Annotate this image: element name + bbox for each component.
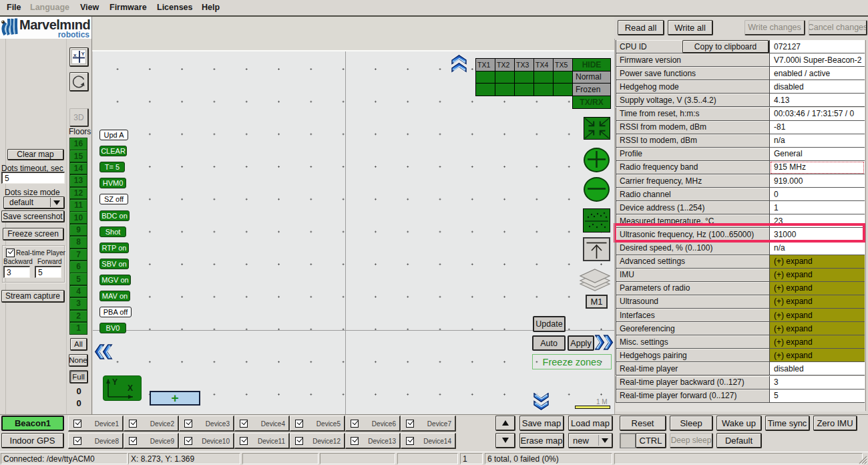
svg-text:X: X [128,383,133,393]
svg-text:Y: Y [81,51,85,57]
svg-text:x: x [73,52,77,58]
svg-text:Y: Y [112,377,118,387]
